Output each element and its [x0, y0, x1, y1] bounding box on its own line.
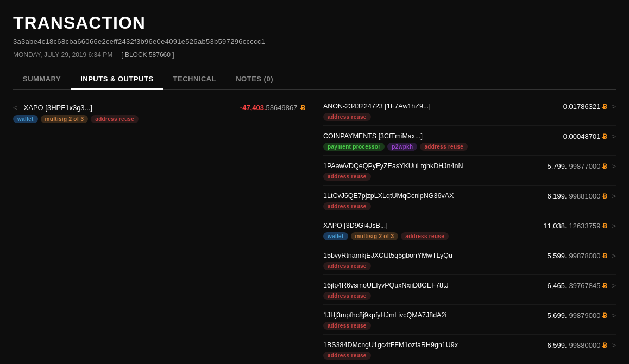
input-amount: -47,403.53649867 Ƀ: [240, 104, 305, 112]
nav-right-icon[interactable]: >: [612, 252, 616, 260]
output-amount-0: 0.01786321 Ƀ >: [563, 103, 616, 111]
output-tags-5: address reuse: [323, 262, 616, 270]
tag-payment-processor[interactable]: payment processor: [323, 143, 385, 151]
tag-wallet[interactable]: wallet: [323, 232, 348, 240]
output-item-6: 16jtp4R6vsmoUEfyvPQuxNxiiD8GEF78tJ 6,465…: [323, 277, 616, 305]
btc-icon: Ƀ: [602, 282, 607, 290]
btc-icon: Ƀ: [602, 192, 607, 200]
output-tags-0: address reuse: [323, 113, 616, 121]
output-tags-2: address reuse: [323, 173, 616, 181]
tx-hash: 3a3abe4c18c68cba66066e2ceff2432f3b96e0e4…: [13, 37, 616, 46]
nav-right-icon[interactable]: >: [612, 311, 616, 320]
page-wrapper: TRANSACTION 3a3abe4c18c68cba66066e2ceff2…: [0, 0, 629, 364]
nav-right-icon[interactable]: >: [612, 222, 616, 230]
tabs-bar: SUMMARY INPUTS & OUTPUTS TECHNICAL NOTES…: [13, 69, 616, 90]
output-item-3: 1LtCvJ6QE7pjzpLXLqtUMqCcnipNG36vAX 6,199…: [323, 188, 616, 215]
input-row: < XAPO [3HPF1x3g3...] -47,403.53649867 Ƀ: [13, 104, 305, 112]
left-arrow-icon: <: [13, 104, 17, 112]
output-amount-6: 6,465.39767845 Ƀ >: [547, 282, 616, 290]
tab-technical[interactable]: TECHNICAL: [163, 69, 227, 90]
tag-address-reuse[interactable]: address reuse: [420, 143, 468, 151]
tx-date: MONDAY, JULY 29, 2019 6:34 PM: [13, 51, 112, 59]
input-item: < XAPO [3HPF1x3g3...] -47,403.53649867 Ƀ…: [13, 98, 305, 129]
output-row-1: COINPAYMENTS [3CfTmiMax...] 0.00048701 Ƀ…: [323, 132, 616, 141]
outputs-panel: ANON-2343224723 [1F7Aw1hZ9...] 0.0178632…: [314, 90, 616, 364]
output-item-0: ANON-2343224723 [1F7Aw1hZ9...] 0.0178632…: [323, 98, 616, 126]
output-item-5: 15bvyRtnamkjEJXCtJt5q5gbonYMwTLyQu 5,599…: [323, 247, 616, 275]
output-tags-1: payment processor p2wpkh address reuse: [323, 143, 616, 151]
btc-icon: Ƀ: [602, 341, 607, 349]
output-tags-8: address reuse: [323, 352, 616, 360]
output-row-3: 1LtCvJ6QE7pjzpLXLqtUMqCcnipNG36vAX 6,199…: [323, 192, 616, 200]
btc-icon: Ƀ: [602, 162, 607, 170]
inputs-panel: < XAPO [3HPF1x3g3...] -47,403.53649867 Ƀ…: [13, 90, 314, 364]
output-tags-3: address reuse: [323, 202, 616, 210]
output-item-2: 1PAawVDQeQPyFyZEasYKUuLtghkDHJn4nN 5,799…: [323, 158, 616, 186]
output-row-6: 16jtp4R6vsmoUEfyvPQuxNxiiD8GEF78tJ 6,465…: [323, 282, 616, 290]
output-address-2[interactable]: 1PAawVDQeQPyFyZEasYKUuLtghkDHJn4nN: [323, 162, 543, 170]
output-row-2: 1PAawVDQeQPyFyZEasYKUuLtghkDHJn4nN 5,799…: [323, 162, 616, 170]
btc-icon: Ƀ: [602, 103, 607, 111]
output-item-8: 1BS384DMcngU1gc4tFFM1ozfaRH9gn1U9x 6,599…: [323, 337, 616, 364]
output-row-0: ANON-2343224723 [1F7Aw1hZ9...] 0.0178632…: [323, 103, 616, 111]
tag-multisig[interactable]: multisig 2 of 3: [351, 232, 399, 240]
nav-right-icon[interactable]: >: [612, 192, 616, 200]
btc-icon: Ƀ: [300, 104, 305, 112]
tag-addr-reuse[interactable]: address reuse: [323, 113, 371, 121]
output-amount-7: 5,699.99879000 Ƀ >: [547, 311, 616, 320]
btc-icon: Ƀ: [602, 252, 607, 260]
tag-address-reuse[interactable]: address reuse: [323, 173, 371, 181]
tab-notes[interactable]: NOTES (0): [226, 69, 283, 90]
output-address-5[interactable]: 15bvyRtnamkjEJXCtJt5q5gbonYMwTLyQu: [323, 252, 543, 259]
page-title: TRANSACTION: [13, 13, 616, 33]
output-amount-5: 5,599.99878000 Ƀ >: [547, 252, 616, 260]
nav-right-icon[interactable]: >: [612, 103, 616, 111]
content-area: < XAPO [3HPF1x3g3...] -47,403.53649867 Ƀ…: [13, 90, 616, 364]
output-amount-3: 6,199.99881000 Ƀ >: [547, 192, 616, 200]
nav-right-icon[interactable]: >: [612, 341, 616, 349]
tag-address-reuse[interactable]: address reuse: [91, 115, 139, 123]
tag-p2wpkh[interactable]: p2wpkh: [387, 143, 417, 151]
output-amount-8: 6,599.99880000 Ƀ >: [547, 341, 616, 349]
output-row-7: 1JHj3mpfhc8j9xpfyHJmLivcQMA7J8dA2i 5,699…: [323, 311, 616, 320]
tab-inputs-outputs[interactable]: INPUTS & OUTPUTS: [71, 69, 163, 90]
nav-right-icon[interactable]: >: [612, 162, 616, 170]
output-amount-4: 11,038.12633759 Ƀ >: [543, 222, 616, 230]
tag-address-reuse[interactable]: address reuse: [323, 202, 371, 210]
btc-icon: Ƀ: [602, 222, 607, 230]
btc-icon: Ƀ: [602, 132, 607, 141]
tab-summary[interactable]: SUMMARY: [13, 69, 71, 90]
output-address-3[interactable]: 1LtCvJ6QE7pjzpLXLqtUMqCcnipNG36vAX: [323, 192, 543, 200]
output-item-4: XAPO [3D9Gi4JsB...] 11,038.12633759 Ƀ > …: [323, 218, 616, 245]
tx-block[interactable]: [ BLOCK 587660 ]: [121, 51, 174, 59]
tag-wallet[interactable]: wallet: [13, 115, 38, 123]
tag-address-reuse[interactable]: address reuse: [401, 232, 449, 240]
tag-multisig[interactable]: multisig 2 of 3: [41, 115, 89, 123]
btc-icon: Ƀ: [602, 311, 607, 320]
output-address-1[interactable]: COINPAYMENTS [3CfTmiMax...]: [323, 132, 559, 140]
output-amount-1: 0.00048701 Ƀ >: [563, 132, 616, 141]
nav-right-icon[interactable]: >: [612, 282, 616, 290]
input-tags: wallet multisig 2 of 3 address reuse: [13, 115, 305, 123]
tag-address-reuse[interactable]: address reuse: [323, 322, 371, 330]
output-address-7[interactable]: 1JHj3mpfhc8j9xpfyHJmLivcQMA7J8dA2i: [323, 311, 543, 319]
output-row-5: 15bvyRtnamkjEJXCtJt5q5gbonYMwTLyQu 5,599…: [323, 252, 616, 260]
output-tags-4: wallet multisig 2 of 3 address reuse: [323, 232, 616, 240]
output-address-6[interactable]: 16jtp4R6vsmoUEfyvPQuxNxiiD8GEF78tJ: [323, 282, 543, 289]
output-row-8: 1BS384DMcngU1gc4tFFM1ozfaRH9gn1U9x 6,599…: [323, 341, 616, 349]
tag-address-reuse[interactable]: address reuse: [323, 262, 371, 270]
tx-meta: MONDAY, JULY 29, 2019 6:34 PM [ BLOCK 58…: [13, 51, 616, 59]
output-tags-6: address reuse: [323, 292, 616, 300]
output-address-8[interactable]: 1BS384DMcngU1gc4tFFM1ozfaRH9gn1U9x: [323, 341, 543, 349]
output-tags-7: address reuse: [323, 322, 616, 330]
tag-address-reuse[interactable]: address reuse: [323, 292, 371, 300]
input-address[interactable]: < XAPO [3HPF1x3g3...]: [13, 104, 92, 112]
output-item-1: COINPAYMENTS [3CfTmiMax...] 0.00048701 Ƀ…: [323, 128, 616, 156]
nav-right-icon[interactable]: >: [612, 132, 616, 141]
output-address-0[interactable]: ANON-2343224723 [1F7Aw1hZ9...]: [323, 103, 559, 110]
output-address-4[interactable]: XAPO [3D9Gi4JsB...]: [323, 222, 539, 229]
tag-address-reuse[interactable]: address reuse: [323, 352, 371, 360]
output-item-7: 1JHj3mpfhc8j9xpfyHJmLivcQMA7J8dA2i 5,699…: [323, 307, 616, 335]
output-row-4: XAPO [3D9Gi4JsB...] 11,038.12633759 Ƀ >: [323, 222, 616, 230]
output-amount-2: 5,799.99877000 Ƀ >: [547, 162, 616, 170]
